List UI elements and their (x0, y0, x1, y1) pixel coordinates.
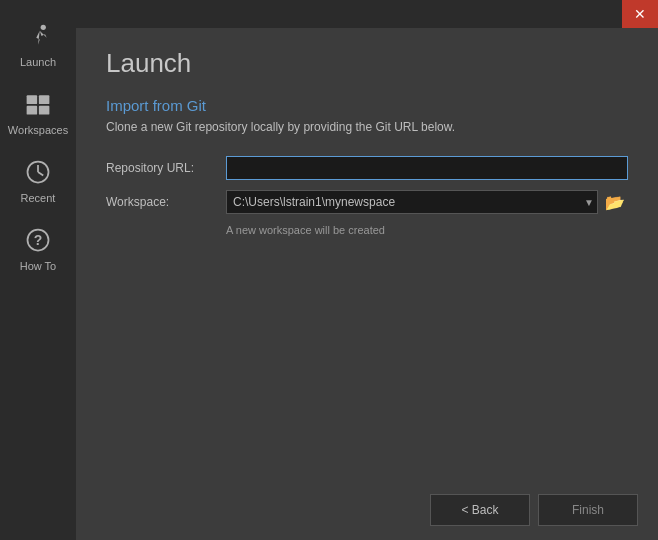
bottom-bar: < Back Finish (152, 480, 658, 540)
sidebar-item-recent[interactable]: Recent (0, 146, 76, 214)
main-content: Launch Import from Git Clone a new Git r… (76, 0, 658, 540)
folder-icon: 📂 (605, 193, 625, 212)
workspace-hint: A new workspace will be created (226, 224, 628, 236)
workspace-label: Workspace: (106, 195, 226, 209)
workspace-row: C:\Users\lstrain1\mynewspace ▼ 📂 (226, 190, 628, 214)
svg-text:?: ? (34, 232, 43, 248)
workspaces-icon (22, 88, 54, 120)
workspace-select[interactable]: C:\Users\lstrain1\mynewspace (226, 190, 598, 214)
main-window: ✕ Launch (0, 0, 658, 540)
back-button[interactable]: < Back (430, 494, 530, 526)
sidebar-label-recent: Recent (21, 192, 56, 204)
workspace-select-wrap: C:\Users\lstrain1\mynewspace ▼ (226, 190, 598, 214)
sidebar-item-howto[interactable]: ? How To (0, 214, 76, 282)
sidebar-label-howto: How To (20, 260, 56, 272)
content-area: Launch Import from Git Clone a new Git r… (76, 28, 658, 540)
svg-point-0 (41, 25, 46, 30)
launch-icon (22, 20, 54, 52)
svg-rect-3 (27, 106, 38, 115)
repo-url-input[interactable] (226, 156, 628, 180)
svg-rect-1 (27, 95, 38, 104)
repo-url-group: Repository URL: (106, 156, 628, 180)
finish-button[interactable]: Finish (538, 494, 638, 526)
howto-icon: ? (22, 224, 54, 256)
page-title: Launch (106, 48, 628, 79)
svg-line-7 (38, 172, 43, 176)
sidebar-label-launch: Launch (20, 56, 56, 68)
section-desc: Clone a new Git repository locally by pr… (106, 120, 628, 134)
sidebar-label-workspaces: Workspaces (8, 124, 68, 136)
recent-icon (22, 156, 54, 188)
browse-folder-button[interactable]: 📂 (602, 190, 628, 214)
svg-rect-2 (39, 95, 50, 104)
sidebar: Launch Workspaces Recent (0, 0, 76, 540)
title-bar (76, 0, 658, 28)
section-title: Import from Git (106, 97, 628, 114)
repo-label: Repository URL: (106, 161, 226, 175)
sidebar-item-workspaces[interactable]: Workspaces (0, 78, 76, 146)
sidebar-item-launch[interactable]: Launch (0, 10, 76, 78)
close-button[interactable]: ✕ (622, 0, 658, 28)
workspace-group: Workspace: C:\Users\lstrain1\mynewspace … (106, 190, 628, 214)
svg-rect-4 (39, 106, 50, 115)
